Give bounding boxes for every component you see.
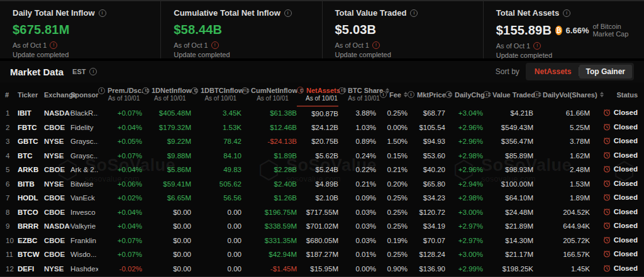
update-status: Update completed xyxy=(335,51,478,58)
cell-ticker[interactable]: DEFI xyxy=(18,262,44,276)
alert-icon[interactable]: ! xyxy=(50,41,57,49)
cell-net1d: $5.86M xyxy=(142,163,191,177)
sort-toggle-group: NetAssets Top Gainer xyxy=(526,63,634,80)
column-header-vol[interactable]: iDailyVol(Shares) xyxy=(533,82,590,106)
alert-icon[interactable]: ! xyxy=(372,41,380,49)
cell-exchange: CBOE xyxy=(44,247,70,262)
cell-vol: 204.52K xyxy=(533,205,590,220)
cell-assets: $680.05M xyxy=(297,234,338,248)
info-icon[interactable]: i xyxy=(98,87,105,94)
column-header-traded[interactable]: iValue Traded xyxy=(483,82,533,106)
info-icon[interactable]: i xyxy=(563,9,570,17)
cell-ticker[interactable]: BTCW xyxy=(18,247,44,262)
table-row[interactable]: 10EZBCCBOEFranklin+0.07%$0.000.00$331.35… xyxy=(0,234,644,248)
cell-exchange: NASDAQ xyxy=(44,219,70,234)
cell-chg: +2.97% xyxy=(445,219,483,234)
cell-ticker[interactable]: BTC xyxy=(18,149,44,163)
sort-option-netassets[interactable]: NetAssets xyxy=(528,65,579,79)
cell-ticker[interactable]: HODL xyxy=(18,191,44,205)
info-icon[interactable]: i xyxy=(191,87,198,94)
sort-option-top-gainer[interactable]: Top Gainer xyxy=(579,65,632,79)
column-header-cum[interactable]: iCumNetInflowAs of 10/01 xyxy=(242,82,297,106)
info-icon[interactable]: i xyxy=(242,87,248,94)
cell-sponsor: Graysc... xyxy=(70,134,98,149)
cell-traded: $21.89M xyxy=(483,219,533,234)
cell-fee: 0.15% xyxy=(376,149,408,163)
info-icon[interactable]: i xyxy=(99,9,106,17)
table-row[interactable]: 1IBITNASDAQBlackR...+0.07%$405.48M3.45K$… xyxy=(0,106,644,121)
cell-ticker[interactable]: BTCO xyxy=(18,205,44,220)
table-row[interactable]: 4BTCNYSEGraysc...+0.07%$9.88M84.10$1.89B… xyxy=(0,149,644,163)
column-header-assets[interactable]: iNetAssetsAs of 10/01 xyxy=(297,82,338,106)
cell-num: 1 xyxy=(0,106,18,121)
cell-ticker[interactable]: ARKB xyxy=(18,163,44,177)
cell-price: $65.80 xyxy=(408,177,445,192)
column-header-prem[interactable]: iPrem./Dsc.As of 10/01 xyxy=(98,82,142,106)
info-icon[interactable]: i xyxy=(445,91,452,98)
info-icon[interactable]: i xyxy=(284,9,292,17)
column-header-net1d[interactable]: i1DNetInflowAs of 10/01 xyxy=(142,82,191,106)
cell-fee: 0.20% xyxy=(376,177,408,192)
cell-ticker[interactable]: EZBC xyxy=(18,234,44,248)
status-label: Closed xyxy=(614,264,638,272)
sort-caret-icon[interactable] xyxy=(600,92,604,97)
cell-chg: +2.96% xyxy=(445,134,483,149)
table-row[interactable]: 8BTCOCBOEInvesco+0.04%$0.000.00$196.75M$… xyxy=(0,205,644,220)
info-icon[interactable]: i xyxy=(533,91,540,98)
table-row[interactable]: 11BTCWCBOEWisdo...+0.07%$0.000.00$42.94M… xyxy=(0,247,644,262)
clock-icon xyxy=(603,123,611,131)
info-icon[interactable]: i xyxy=(483,91,490,98)
info-icon[interactable]: i xyxy=(408,91,414,98)
cell-share: 0.01% xyxy=(338,247,376,262)
info-icon[interactable]: i xyxy=(380,91,387,98)
info-icon[interactable]: i xyxy=(410,9,418,17)
table-row[interactable]: 7HODLCBOEVanEck+0.02%$6.65M56.56$1.26B$2… xyxy=(0,191,644,205)
cell-ticker[interactable]: FBTC xyxy=(18,121,44,135)
table-row[interactable]: 12DEFINYSEHashdex-0.02%$0.000.00-$1.45M$… xyxy=(0,262,644,276)
card-total-value-traded: Total Value Traded i $5.03B As of Oct 1 … xyxy=(322,1,483,58)
cell-ticker[interactable]: BITB xyxy=(18,177,44,192)
column-header-chg[interactable]: iDailyChg xyxy=(445,82,483,106)
cell-vol: 1.53M xyxy=(533,177,590,192)
cell-exchange: NYSE xyxy=(44,262,70,276)
market-data-bar: Market Data EST i Sort by NetAssets Top … xyxy=(0,61,644,82)
cell-share: 0.89% xyxy=(338,134,376,149)
table-row[interactable]: 6BITBNYSEBitwise+0.06%$59.41M505.62$2.40… xyxy=(0,177,644,192)
cell-fee: 0.25% xyxy=(376,247,408,262)
column-header-price[interactable]: iMktPrice xyxy=(408,82,445,106)
cell-ticker[interactable]: IBIT xyxy=(18,106,44,121)
table-row[interactable]: 5ARKBCBOEArk & 2...+0.04%$5.86M49.83$2.2… xyxy=(0,163,644,177)
info-icon[interactable]: i xyxy=(142,87,149,94)
cell-ticker[interactable]: GBTC xyxy=(18,134,44,149)
info-icon[interactable]: i xyxy=(89,68,97,75)
cell-sponsor: VanEck xyxy=(70,191,98,205)
cell-ticker[interactable]: BRRR xyxy=(18,219,44,234)
cell-btc1d: 78.42 xyxy=(191,134,242,149)
alert-icon[interactable]: ! xyxy=(533,42,541,50)
cell-btc1d: 49.83 xyxy=(191,163,242,177)
info-icon[interactable]: i xyxy=(338,87,345,94)
cell-assets: $20.75B xyxy=(297,134,338,149)
status-label: Closed xyxy=(614,250,638,258)
column-header-fee[interactable]: iFee xyxy=(376,82,408,106)
column-label: Fee xyxy=(389,91,401,99)
cell-share: 0.24% xyxy=(338,149,376,163)
status-label: Closed xyxy=(614,208,638,215)
cell-share: 0.00% xyxy=(338,262,376,276)
column-sublabel: As of 10/01 xyxy=(306,95,338,102)
table-row[interactable]: 2FBTCCBOEFidelity+0.04%$179.32M1.53K$12.… xyxy=(0,121,644,135)
table-row[interactable]: 9BRRRNASDAQValkyrie+0.04%$0.000.00$338.5… xyxy=(0,219,644,234)
clock-icon xyxy=(603,165,611,173)
cell-traded: $549.43M xyxy=(483,121,533,135)
cell-btc1d: 1.53K xyxy=(191,121,242,135)
info-icon[interactable]: i xyxy=(297,87,304,94)
cell-chg: +2.96% xyxy=(445,121,483,135)
cell-prem: +0.02% xyxy=(98,191,142,205)
as-of-label: As of Oct 1 xyxy=(13,41,47,49)
status-label: Closed xyxy=(614,180,638,187)
sort-by-label: Sort by xyxy=(496,67,519,76)
cell-net1d: $0.00 xyxy=(142,219,191,234)
column-header-btc1d[interactable]: i1DBTCInflowAs of 10/01 xyxy=(191,82,242,106)
table-row[interactable]: 3GBTCNYSEGraysc...+0.05%$9.22M78.42-$24.… xyxy=(0,134,644,149)
alert-icon[interactable]: ! xyxy=(211,41,219,49)
